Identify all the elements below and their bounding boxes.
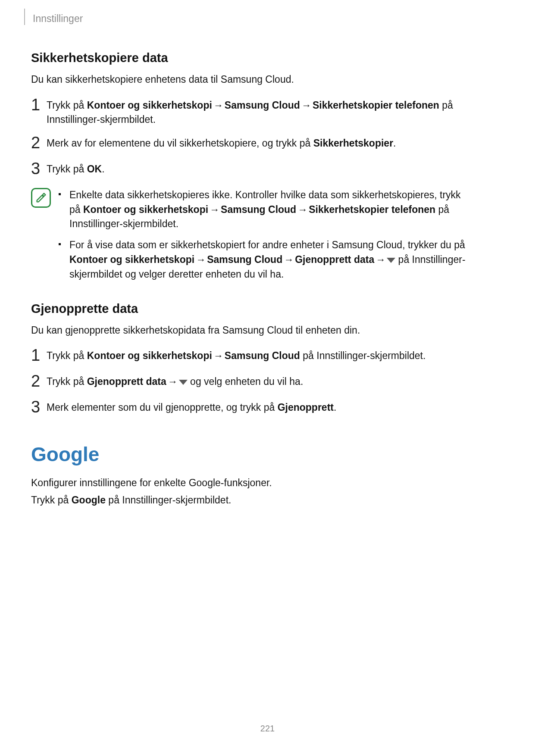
arrow-icon: → (374, 253, 387, 267)
step-number: 1 (31, 347, 47, 363)
step-row: 1 Trykk på Kontoer og sikkerhetskopi → S… (31, 98, 472, 127)
backup-steps: 1 Trykk på Kontoer og sikkerhetskopi → S… (31, 98, 472, 179)
arrow-icon: → (212, 349, 225, 363)
step-number: 2 (31, 134, 47, 151)
bullet-text: Enkelte data sikkerhetskopieres ikke. Ko… (69, 188, 472, 231)
text-fragment: på Innstillinger-skjermbildet. (106, 494, 231, 506)
bold-text: Kontoer og sikkerhetskopi (83, 204, 208, 215)
bold-text: Google (72, 494, 106, 506)
text-fragment: Merk av for elementene du vil sikkerhets… (47, 137, 313, 149)
bold-text: Gjenopprett data (295, 254, 374, 265)
bold-text: Samsung Cloud (225, 350, 300, 361)
note-icon (31, 188, 51, 208)
section-intro-backup: Du kan sikkerhetskopiere enhetens data t… (31, 72, 472, 87)
bullet-icon (59, 243, 61, 245)
list-item: Enkelte data sikkerhetskopieres ikke. Ko… (58, 188, 472, 231)
section-heading-backup: Sikkerhetskopiere data (31, 51, 472, 65)
text-fragment: . (393, 137, 396, 149)
step-text: Trykk på OK. (47, 162, 472, 176)
paragraph: Trykk på Google på Innstillinger-skjermb… (31, 493, 472, 508)
step-text: Merk elementer som du vil gjenopprette, … (47, 400, 472, 415)
step-number: 3 (31, 399, 47, 415)
text-fragment: Merk elementer som du vil gjenopprette, … (47, 402, 278, 413)
step-row: 2 Merk av for elementene du vil sikkerhe… (31, 136, 472, 153)
pencil-note-icon (35, 192, 47, 204)
page-number: 221 (0, 724, 535, 734)
arrow-icon: → (296, 203, 309, 217)
bold-text: Sikkerhetskopier telefonen (309, 204, 435, 215)
text-fragment: . (102, 163, 104, 175)
text-fragment: Trykk på (47, 100, 87, 111)
dropdown-icon (179, 375, 188, 389)
text-fragment: For å vise data som er sikkerhetskopiert… (69, 239, 465, 250)
text-fragment: Trykk på (47, 163, 87, 175)
bold-text: Kontoer og sikkerhetskopi (87, 350, 212, 361)
note-icon-wrap (31, 188, 58, 208)
step-number: 3 (31, 160, 47, 177)
text-fragment: på Innstillinger-skjermbildet. (300, 350, 425, 361)
note-body: Enkelte data sikkerhetskopieres ikke. Ko… (58, 188, 472, 288)
bullet-icon (59, 193, 61, 195)
step-text: Trykk på Kontoer og sikkerhetskopi → Sam… (47, 349, 472, 363)
bold-text: Gjenopprett (278, 402, 334, 413)
section-heading-restore: Gjenopprette data (31, 302, 472, 316)
restore-steps: 1 Trykk på Kontoer og sikkerhetskopi → S… (31, 349, 472, 417)
section-heading-google: Google (31, 443, 472, 466)
bullet-text: For å vise data som er sikkerhetskopiert… (69, 238, 472, 281)
bold-text: Samsung Cloud (225, 100, 300, 111)
text-fragment: Trykk på (47, 350, 87, 361)
arrow-icon: → (212, 98, 225, 112)
svg-marker-0 (387, 258, 395, 263)
bold-text: Sikkerhetskopier (313, 137, 393, 149)
list-item: For å vise data som er sikkerhetskopiert… (58, 238, 472, 281)
step-number: 2 (31, 373, 47, 389)
dropdown-icon (387, 253, 395, 267)
step-text: Trykk på Kontoer og sikkerhetskopi → Sam… (47, 98, 472, 127)
bold-text: Samsung Cloud (221, 204, 296, 215)
step-row: 3 Trykk på OK. (31, 162, 472, 178)
arrow-icon: → (166, 375, 179, 389)
bold-text: Samsung Cloud (207, 254, 282, 265)
note-callout: Enkelte data sikkerhetskopieres ikke. Ko… (31, 188, 472, 288)
bold-text: Sikkerhetskopier telefonen (313, 100, 439, 111)
arrow-icon: → (194, 253, 207, 267)
header-rule (24, 9, 25, 25)
bold-text: Gjenopprett data (87, 376, 166, 387)
svg-marker-1 (179, 380, 188, 385)
arrow-icon: → (282, 253, 295, 267)
step-row: 1 Trykk på Kontoer og sikkerhetskopi → S… (31, 349, 472, 365)
arrow-icon: → (208, 203, 221, 217)
step-text: Merk av for elementene du vil sikkerhets… (47, 136, 472, 150)
bold-text: OK (87, 163, 102, 175)
text-fragment: . (334, 402, 336, 413)
step-row: 3 Merk elementer som du vil gjenopprette… (31, 400, 472, 417)
breadcrumb: Innstillinger (33, 13, 83, 25)
bold-text: Kontoer og sikkerhetskopi (69, 254, 194, 265)
bold-text: Kontoer og sikkerhetskopi (87, 100, 212, 111)
step-text: Trykk på Gjenopprett data → og velg enhe… (47, 375, 472, 390)
paragraph: Konfigurer innstillingene for enkelte Go… (31, 475, 472, 491)
page-content: Sikkerhetskopiere data Du kan sikkerhets… (31, 43, 472, 509)
section-intro-restore: Du kan gjenopprette sikkerhetskopidata f… (31, 323, 472, 338)
step-row: 2 Trykk på Gjenopprett data → og velg en… (31, 375, 472, 391)
text-fragment: Trykk på (31, 494, 72, 506)
text-fragment: og velg enheten du vil ha. (188, 376, 303, 387)
step-number: 1 (31, 97, 47, 113)
arrow-icon: → (300, 98, 313, 112)
text-fragment: Trykk på (47, 376, 87, 387)
